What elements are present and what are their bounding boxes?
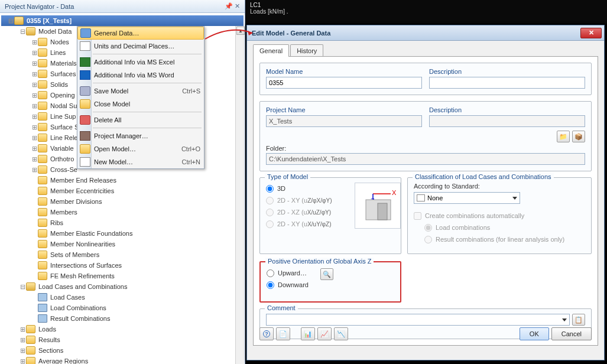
tab-panel-general: Model Name Description Project Name X_Te… [253, 56, 598, 346]
delete-icon [80, 115, 90, 125]
comment-library-button[interactable]: 📋 [572, 314, 585, 326]
general-data-icon [80, 28, 91, 38]
model-preview-icon: X Z [355, 183, 401, 229]
tree-lcc[interactable]: ⊟ Load Cases and Combinations [1, 281, 244, 292]
menu-excel[interactable]: Additional Info via MS Excel [77, 56, 204, 69]
close-icon [80, 99, 90, 109]
scroll-up-icon[interactable]: ▲ [236, 27, 245, 35]
type-of-model-group: Type of Model 3D 2D - XY (uZ/φX/φY) 2D -… [259, 177, 401, 254]
toolbar-btn-2[interactable]: 📊 [301, 327, 315, 340]
menu-word[interactable]: Additional Info via MS Word [77, 69, 204, 82]
flag-icon [417, 194, 425, 202]
loads-label: Loads [kN/m] . [250, 8, 602, 15]
dialog-close-button[interactable]: ✕ [580, 28, 602, 38]
tree-item[interactable]: Member Eccentricities [1, 186, 244, 196]
menu-project-manager[interactable]: Project Manager… [77, 129, 204, 142]
context-menu: General Data… Units and Decimal Places… … [77, 26, 205, 169]
standard-combo[interactable]: None [414, 192, 520, 204]
tree-item[interactable]: Ribs [1, 217, 244, 228]
menu-delete[interactable]: Delete All [77, 113, 204, 126]
menu-save[interactable]: Save Model Ctrl+S [77, 84, 204, 98]
tree-item[interactable]: Result Combinations [1, 313, 244, 324]
tree-root[interactable]: ⊟ 0355 [X_Tests] [1, 15, 244, 26]
description-label: Description [429, 68, 585, 75]
project-desc-value [429, 115, 585, 127]
pm-icon [80, 131, 90, 141]
help-icon: ? [263, 330, 270, 337]
new-icon [80, 157, 90, 167]
navigator-scrollbar[interactable]: ▲ [235, 26, 245, 364]
tab-general[interactable]: General [253, 44, 289, 57]
folder-value: C:\Kundendateien\X_Tests [266, 153, 585, 165]
save-icon [80, 86, 90, 96]
svg-rect-5 [378, 203, 387, 220]
tree-item[interactable]: Intersections of Surfaces [1, 260, 244, 271]
tree-item[interactable]: ⊞Sections [1, 345, 244, 356]
lc-label: LC1 [250, 2, 602, 8]
dialog-title: Edit Model - General Data [252, 30, 330, 37]
chevron-down-icon [562, 318, 567, 321]
tree-item[interactable]: FE Mesh Refinements [1, 271, 244, 281]
acc-label: According to Standard: [414, 183, 585, 190]
tree-item[interactable]: Sets of Members [1, 249, 244, 260]
project-btn-1[interactable]: 📁 [557, 131, 570, 142]
word-icon [80, 70, 90, 80]
tree-item[interactable]: ⊞Results [1, 334, 244, 345]
chk-auto: Create combinations automatically [414, 210, 585, 222]
open-icon [80, 144, 90, 154]
project-btn-2[interactable]: 📦 [572, 131, 585, 142]
radio-result-comb: Result combinations (for linear analysis… [414, 233, 585, 245]
tab-strip: General History [253, 44, 598, 57]
classification-group: Classification of Load Cases and Combina… [407, 177, 592, 254]
tree-item[interactable]: Members [1, 207, 244, 217]
tree-item[interactable]: Member Divisions [1, 196, 244, 207]
excel-icon [80, 57, 90, 67]
edit-model-dialog: Edit Model - General Data ✕ General Hist… [246, 25, 605, 360]
model-name-input[interactable] [266, 77, 422, 89]
radio-upward[interactable]: Upward… [267, 267, 309, 279]
tree-item[interactable]: ⊞Average Regions [1, 356, 244, 364]
axis-details-button[interactable]: 🔍 [320, 268, 333, 280]
description-input[interactable] [429, 77, 585, 89]
menu-open[interactable]: Open Model… Ctrl+O [77, 142, 204, 155]
pin-icon[interactable]: 📌 ✕ [225, 2, 240, 10]
tree-item[interactable]: Member Nonlinearities [1, 239, 244, 249]
toolbar-btn-3[interactable]: 📈 [317, 327, 332, 340]
axis-legend: Positive Orientation of Global Axis Z [265, 258, 374, 265]
menu-units[interactable]: Units and Decimal Places… [77, 40, 204, 53]
ok-button[interactable]: OK [520, 327, 549, 340]
navigator-title: Project Navigator - Data [5, 3, 74, 10]
toolbar-btn-4[interactable]: 📉 [334, 327, 348, 340]
class-legend: Classification of Load Cases and Combina… [413, 173, 554, 180]
dialog-button-bar: ? 📄 📊 📈 📉 OK Cancel [259, 327, 592, 340]
radio-load-comb: Load combinations [414, 222, 585, 233]
viewport-header: LC1 Loads [kN/m] . [245, 0, 607, 24]
tree-item[interactable]: Member Elastic Foundations [1, 228, 244, 239]
tree-item[interactable]: ⊞Loads [1, 324, 244, 334]
comment-legend: Comment [265, 304, 298, 311]
tree-item[interactable]: Member End Releases [1, 175, 244, 186]
project-name-label: Project Name [266, 106, 422, 113]
tree-item[interactable]: Load Cases [1, 292, 244, 303]
folder-label: Folder: [266, 145, 286, 152]
radio-downward[interactable]: Downward [267, 279, 309, 291]
navigator-title-bar: Project Navigator - Data 📌 ✕ [0, 0, 245, 13]
project-desc-label: Description [429, 106, 585, 113]
menu-close[interactable]: Close Model [77, 98, 204, 110]
svg-text:X: X [392, 189, 397, 196]
project-name-value: X_Tests [266, 115, 422, 127]
toolbar-btn-1[interactable]: 📄 [276, 327, 290, 340]
menu-new[interactable]: New Model… Ctrl+N [77, 155, 204, 168]
units-icon [80, 41, 90, 51]
type-legend: Type of Model [265, 173, 310, 180]
menu-general-data[interactable]: General Data… [77, 27, 204, 40]
model-name-label: Model Name [266, 68, 422, 75]
cancel-button[interactable]: Cancel [551, 327, 592, 340]
tab-history[interactable]: History [290, 44, 323, 57]
tree-item[interactable]: Load Combinations [1, 303, 244, 313]
help-button[interactable]: ? [259, 327, 274, 340]
model-name-group: Model Name Description [259, 63, 592, 95]
comment-combo[interactable] [266, 314, 570, 326]
dialog-titlebar[interactable]: Edit Model - General Data ✕ [247, 25, 604, 41]
axis-orientation-group: Positive Orientation of Global Axis Z Up… [259, 261, 401, 303]
